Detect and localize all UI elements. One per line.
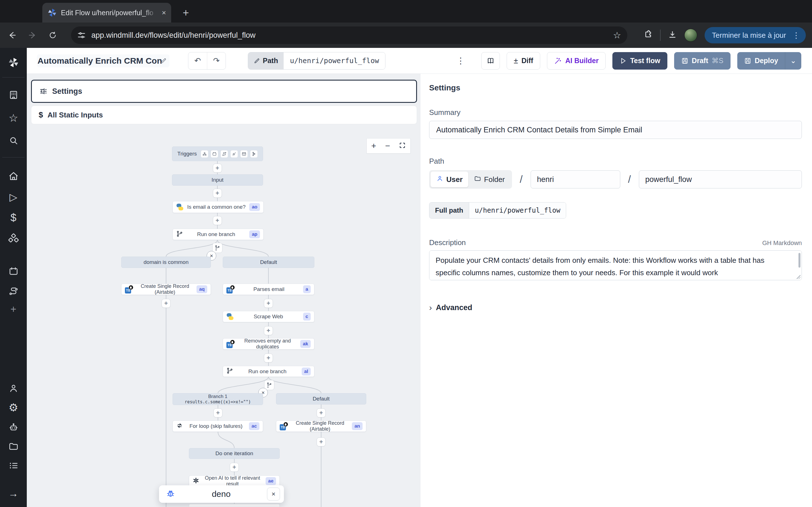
toggle-user[interactable]: User: [430, 172, 468, 187]
path-label: Path: [429, 157, 802, 166]
toggle-folder[interactable]: Folder: [468, 172, 511, 187]
sidebar-item-routes[interactable]: [0, 286, 27, 297]
avatar[interactable]: [684, 29, 697, 42]
close-icon[interactable]: ×: [162, 9, 166, 16]
close-icon[interactable]: ×: [267, 488, 280, 501]
flow-branch-1[interactable]: Branch 1 results.c.some((x)=>x!=""): [172, 393, 263, 405]
flow-node-scrape-web[interactable]: Scrape Web c: [223, 311, 314, 322]
add-step-icon[interactable]: +: [264, 326, 273, 335]
flow-node-create-record-1[interactable]: TS Create Single Record (Airtable) aq: [121, 284, 211, 295]
advanced-toggle[interactable]: › Advanced: [429, 303, 802, 313]
deno-tooltip-popup[interactable]: deno ×: [159, 485, 284, 503]
flow-branch-default-1[interactable]: Default: [223, 257, 314, 268]
sidebar-item-logs[interactable]: [0, 460, 27, 471]
flow-node-do-one-iteration[interactable]: Do one iteration: [189, 448, 280, 459]
flow-title[interactable]: Automatically Enrich CRM Contact: [37, 54, 169, 67]
reload-icon[interactable]: [45, 27, 61, 43]
sidebar-divider: [2, 157, 24, 158]
browser-update-button[interactable]: Terminer la mise à jour ⋮: [705, 27, 806, 43]
flow-node-removes-empty[interactable]: TS Removes empty and duplicates ak: [223, 338, 314, 349]
draft-button[interactable]: Draft ⌘S: [674, 52, 730, 69]
save-icon: [744, 57, 751, 64]
path-name-input[interactable]: [639, 170, 802, 188]
flow-node-run-branch-2[interactable]: Run one branch al: [223, 366, 314, 377]
add-step-icon[interactable]: +: [161, 299, 170, 308]
flow-node-openai[interactable]: Open AI to tell if relevant result ae: [189, 475, 280, 487]
page-title[interactable]: Automatically Enrich CRM Contact: [38, 56, 162, 66]
sidebar-item-variables[interactable]: $: [0, 212, 27, 223]
settings-gear-icon[interactable]: ⚙: [0, 402, 27, 413]
flow-branch-default-2[interactable]: Default: [276, 393, 366, 404]
edit-pencil-icon[interactable]: [160, 57, 167, 64]
add-step-icon[interactable]: +: [317, 438, 326, 446]
markdown-hint: GH Markdown: [762, 239, 802, 247]
url-text[interactable]: app.windmill.dev/flows/edit/u/henri/powe…: [91, 31, 613, 40]
new-tab-icon[interactable]: +: [178, 5, 193, 20]
kebab-icon[interactable]: ⋮: [790, 31, 802, 40]
forward-icon: [24, 27, 41, 43]
plus-icon[interactable]: +: [0, 304, 27, 314]
flow-node-triggers[interactable]: Triggers: [172, 147, 263, 161]
sidebar-item-schedules[interactable]: [0, 266, 27, 277]
ai-builder-button[interactable]: AI Builder: [547, 52, 606, 69]
summary-input[interactable]: [429, 121, 802, 139]
flow-node-email-check[interactable]: Is email a common one? ao: [172, 201, 264, 213]
path-owner-input[interactable]: [530, 170, 620, 188]
flow-node-for-loop[interactable]: For loop (skip failures) ac: [172, 420, 263, 432]
kafka-icon[interactable]: [250, 150, 258, 158]
sidebar-item-workers[interactable]: [0, 422, 27, 433]
flow-node-input[interactable]: Input: [172, 174, 263, 186]
flow-branch-domain-is-common[interactable]: domain is common: [121, 257, 211, 268]
bookmark-star-icon[interactable]: ☆: [613, 30, 621, 41]
url-bar[interactable]: app.windmill.dev/flows/edit/u/henri/powe…: [71, 26, 627, 44]
path-chip[interactable]: Path u/henri/powerful_flow: [248, 52, 386, 69]
diff-icon: ±: [514, 56, 518, 65]
sidebar-item-user[interactable]: [0, 383, 27, 394]
resize-handle-icon[interactable]: [797, 275, 801, 279]
download-icon[interactable]: [668, 30, 677, 40]
sidebar-item-favorites[interactable]: ☆: [0, 113, 27, 123]
chevron-down-icon[interactable]: ⌄: [785, 52, 801, 69]
typescript-deno-icon: TS: [125, 285, 133, 293]
back-icon[interactable]: [4, 27, 20, 43]
webhook-icon[interactable]: [201, 150, 208, 158]
expand-arrow-icon[interactable]: →: [0, 489, 27, 499]
add-step-icon[interactable]: +: [213, 408, 222, 417]
path-separator: /: [520, 173, 523, 185]
redo-icon[interactable]: ↷: [207, 52, 225, 69]
schedule-icon[interactable]: [211, 150, 218, 158]
sidebar-item-runs[interactable]: ▷: [0, 192, 27, 202]
add-step-icon[interactable]: +: [213, 164, 222, 173]
flow-node-run-branch-1[interactable]: Run one branch ap: [172, 229, 264, 240]
add-step-icon[interactable]: +: [213, 189, 222, 198]
add-step-icon[interactable]: +: [213, 216, 222, 225]
add-step-icon[interactable]: +: [264, 299, 273, 308]
full-path-value: u/henri/powerful_flow: [469, 203, 566, 218]
scrollbar[interactable]: [799, 253, 801, 268]
deploy-button[interactable]: Deploy: [737, 52, 785, 69]
extensions-icon[interactable]: [644, 30, 653, 40]
sidebar-item-folders[interactable]: [0, 441, 27, 452]
email-icon[interactable]: [240, 150, 248, 158]
test-flow-button[interactable]: Test flow: [612, 52, 667, 69]
sidebar-item-resources[interactable]: [0, 233, 27, 244]
sidebar-item-workspace[interactable]: [0, 90, 27, 100]
tune-icon[interactable]: [77, 31, 86, 40]
websocket-icon[interactable]: [231, 150, 238, 158]
flow-node-create-record-2[interactable]: TS Create Single Record (Airtable) an: [276, 420, 366, 432]
search-icon[interactable]: [0, 135, 27, 146]
diff-button[interactable]: ± Diff: [507, 52, 540, 69]
route-icon[interactable]: [220, 150, 228, 158]
windmill-logo[interactable]: [0, 56, 27, 69]
description-textarea[interactable]: Populate your CRM contacts' details from…: [429, 251, 802, 280]
sidebar-item-home[interactable]: [0, 171, 27, 182]
browser-tab[interactable]: Edit Flow u/henri/powerful_flo ×: [42, 3, 171, 22]
add-step-icon[interactable]: +: [264, 353, 273, 362]
user-icon: [436, 175, 444, 184]
add-step-icon[interactable]: +: [230, 463, 239, 472]
add-step-icon[interactable]: +: [317, 408, 326, 417]
kebab-icon[interactable]: ⋮: [454, 56, 468, 66]
docs-book-button[interactable]: [481, 52, 500, 69]
flow-node-parses-email[interactable]: TS Parses email a: [223, 284, 314, 295]
undo-icon[interactable]: ↶: [188, 52, 207, 69]
